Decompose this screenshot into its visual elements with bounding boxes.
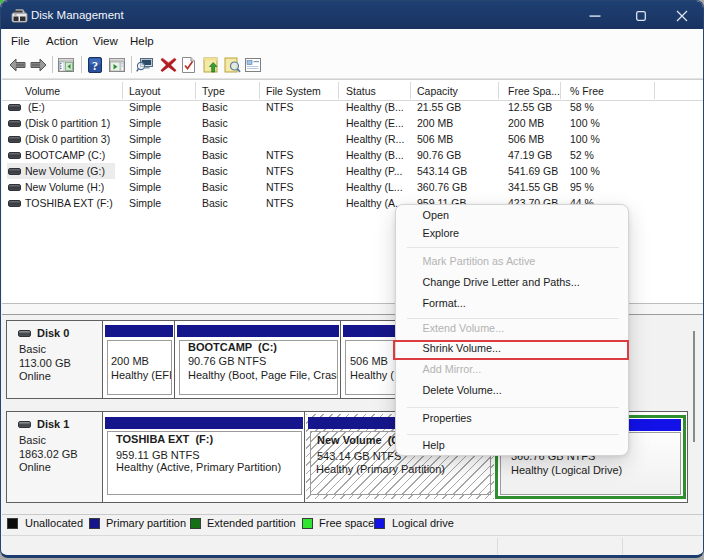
svg-text:?: ? [92, 59, 98, 73]
